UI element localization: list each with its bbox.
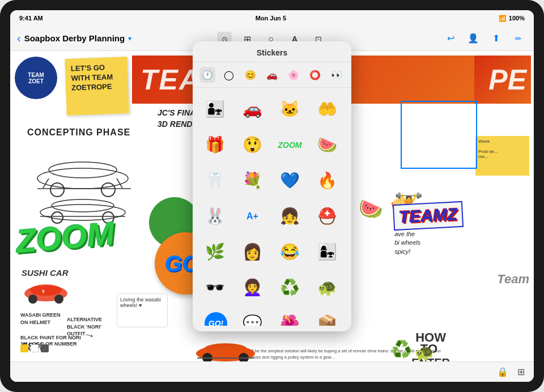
car-sketch-svg	[20, 147, 145, 227]
sticker-tab-recent[interactable]: 🕐	[199, 67, 215, 83]
sticker-item[interactable]: 🎁	[199, 129, 231, 160]
sticker-item[interactable]: 🚗	[237, 93, 268, 125]
share-button[interactable]: ⬆	[487, 30, 504, 47]
sticker-item[interactable]: 🦷	[199, 165, 231, 196]
collaborators-button[interactable]: 👤	[465, 30, 482, 47]
wasabi-wheels-text: ave thebi wheelsspicy!	[394, 230, 420, 256]
sticker-item[interactable]: 👨‍👧	[199, 93, 231, 125]
status-date: Mon Jun 5	[256, 15, 286, 22]
svg-point-4	[50, 183, 64, 197]
back-chevron: ‹	[17, 32, 21, 45]
selection-box	[401, 101, 477, 169]
color-circles	[20, 344, 49, 352]
sticker-item[interactable]: 🐱	[274, 93, 305, 125]
toolbar-right: ↩ 👤 ⬆ ✏	[442, 30, 527, 47]
svg-point-5	[101, 183, 115, 197]
sticker-item[interactable]: 🌿	[199, 236, 231, 267]
svg-point-15	[54, 295, 63, 304]
title-chevron-icon[interactable]: ▾	[128, 35, 131, 42]
watermelon-sticker: 🍉	[359, 197, 382, 220]
sticker-item[interactable]: 🐢	[312, 272, 343, 303]
sticker-item[interactable]: 👩‍🦱	[237, 272, 268, 303]
sticker-tab-bar: 🕐 ◯ 😊 🚗 🌸 ⭕ 👀	[193, 62, 351, 88]
lock-button[interactable]: 🔒	[497, 367, 508, 377]
sticky-note-right: WeekProb de...me...	[475, 136, 529, 176]
soapbox-bottom-car	[192, 336, 260, 365]
sticker-item[interactable]: GO!	[205, 312, 227, 326]
sticker-panel: Stickers 🕐 ◯ 😊 🚗 🌸 ⭕ 👀 👨‍👧 🚗 🐱 🤲 🎁	[193, 41, 351, 331]
sticker-item[interactable]: 👩	[237, 236, 268, 267]
svg-text:5: 5	[42, 289, 45, 294]
sticker-item[interactable]: 📦	[312, 308, 343, 326]
sticker-tab-circle[interactable]: ⭕	[307, 67, 323, 83]
back-button[interactable]: ‹	[17, 32, 21, 45]
team-logo-area: TEAMZOET	[15, 57, 57, 99]
wasabi-wheels-note: Loving the wasabi wheels! ♥	[117, 293, 168, 327]
so-text: PE	[474, 56, 531, 104]
sticker-item[interactable]: 💐	[237, 165, 268, 196]
sticker-tab-eyes[interactable]: 👀	[329, 67, 345, 83]
concepting-phase-label: CONCEPTING PHASE	[27, 127, 130, 138]
battery-text: 100%	[509, 15, 525, 22]
edit-button[interactable]: ✏	[510, 30, 527, 47]
sticker-item[interactable]: 💬	[237, 308, 268, 326]
grid-button[interactable]: ⊞	[517, 367, 525, 377]
svg-point-13	[30, 284, 62, 296]
sticker-item[interactable]: 🍉	[312, 129, 343, 160]
car-sketch-area	[20, 147, 145, 227]
sushi-car-text: SUSHI CAR	[22, 268, 69, 278]
undo-button[interactable]: ↩	[442, 30, 459, 47]
status-right: 📶 100%	[499, 15, 525, 22]
sticker-tab-emoji[interactable]: 😊	[243, 67, 258, 83]
sticker-item[interactable]: A+	[237, 201, 268, 232]
sticker-item[interactable]: ⛑️	[312, 201, 343, 232]
team-banner-text: TEA	[141, 63, 201, 96]
sticker-item[interactable]: 🕶️	[199, 272, 231, 303]
sticker-tab-face[interactable]: 🌸	[286, 67, 301, 83]
svg-point-18	[204, 343, 247, 355]
zoom-graffiti: ZOOM	[15, 217, 116, 258]
sticker-item[interactable]: 🔥	[312, 165, 343, 196]
sticky-note-go: LET'S GO WITH TEAM ZOETROPE	[65, 57, 129, 116]
sticker-panel-title: Stickers	[193, 41, 351, 62]
red-car-area: 5	[20, 278, 71, 309]
team-text-right: Team	[497, 272, 529, 287]
sticker-item[interactable]: ♻️	[274, 272, 305, 303]
sticker-item[interactable]: 🐰	[199, 201, 231, 232]
ipad-frame: 9:41 AM Mon Jun 5 📶 100% ‹ Soapbox Derby…	[0, 0, 544, 392]
ipad-screen: 9:41 AM Mon Jun 5 📶 100% ‹ Soapbox Derby…	[10, 10, 534, 382]
sticker-tab-car[interactable]: 🚗	[264, 67, 280, 83]
turtle-sticker: 🐢	[415, 343, 435, 362]
sticker-item[interactable]: ZOOM	[274, 129, 305, 160]
wifi-icon: 📶	[499, 15, 507, 22]
svg-point-14	[28, 295, 37, 304]
wasabi-annotation: WASABI GREENON HELMET	[20, 312, 61, 326]
sticker-item[interactable]: 💙	[274, 165, 305, 196]
sticker-item[interactable]: 🤲	[312, 93, 343, 125]
status-time: 9:41 AM	[19, 15, 43, 22]
soapbox-svg	[192, 336, 260, 365]
sticker-item[interactable]: 👩‍👧	[312, 236, 343, 267]
status-bar: 9:41 AM Mon Jun 5 📶 100%	[10, 10, 534, 26]
teamz-sticker: TEAMZ	[393, 201, 464, 231]
sticker-item[interactable]: 😂	[274, 236, 305, 267]
svg-line-3	[117, 178, 122, 188]
sticker-grid: 👨‍👧 🚗 🐱 🤲 🎁 😲 ZOOM 🍉 🦷 💐 💙 🔥 🐰 A+ 👧 ⛑️	[193, 88, 351, 326]
svg-point-0	[37, 168, 128, 189]
document-title: Soapbox Derby Planning	[24, 33, 125, 43]
sticker-item[interactable]: 🌺	[274, 308, 305, 326]
red-car-svg: 5	[20, 278, 71, 309]
svg-line-2	[43, 178, 49, 188]
bottom-toolbar: 🔒 ⊞	[10, 361, 534, 382]
sticker-item[interactable]: 👧	[274, 201, 305, 232]
sticker-tab-outline[interactable]: ◯	[221, 67, 237, 83]
sticker-item[interactable]: 😲	[237, 129, 268, 160]
recycle-sticker: ♻️	[391, 339, 412, 359]
